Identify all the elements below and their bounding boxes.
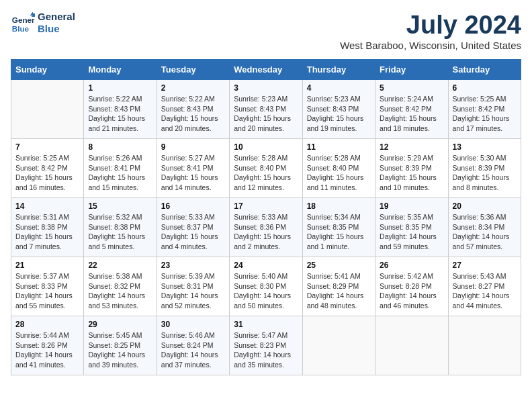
day-number: 1 xyxy=(88,83,152,93)
weekday-header: Saturday xyxy=(448,60,521,80)
calendar-day-cell: 15Sunrise: 5:32 AM Sunset: 8:38 PM Dayli… xyxy=(84,198,157,257)
calendar-subtitle: West Baraboo, Wisconsin, United States xyxy=(340,40,521,51)
day-info: Sunrise: 5:25 AM Sunset: 8:42 PM Dayligh… xyxy=(15,153,79,193)
day-number: 10 xyxy=(234,142,298,152)
day-number: 15 xyxy=(88,201,152,211)
weekday-header: Tuesday xyxy=(157,60,229,80)
day-number: 27 xyxy=(453,261,517,270)
calendar-day-cell: 28Sunrise: 5:44 AM Sunset: 8:26 PM Dayli… xyxy=(11,316,84,375)
calendar-day-cell: 7Sunrise: 5:25 AM Sunset: 8:42 PM Daylig… xyxy=(11,139,84,198)
day-info: Sunrise: 5:33 AM Sunset: 8:36 PM Dayligh… xyxy=(234,212,298,252)
day-number: 7 xyxy=(15,142,79,152)
calendar-day-cell: 18Sunrise: 5:34 AM Sunset: 8:35 PM Dayli… xyxy=(302,198,375,257)
day-info: Sunrise: 5:44 AM Sunset: 8:26 PM Dayligh… xyxy=(15,330,79,370)
day-number: 6 xyxy=(453,83,517,93)
calendar-day-cell: 3Sunrise: 5:23 AM Sunset: 8:43 PM Daylig… xyxy=(230,80,302,139)
calendar-day-cell: 24Sunrise: 5:40 AM Sunset: 8:30 PM Dayli… xyxy=(230,257,302,316)
calendar-day-cell: 29Sunrise: 5:45 AM Sunset: 8:25 PM Dayli… xyxy=(84,316,157,375)
calendar-day-cell: 9Sunrise: 5:27 AM Sunset: 8:41 PM Daylig… xyxy=(157,139,229,198)
day-info: Sunrise: 5:43 AM Sunset: 8:27 PM Dayligh… xyxy=(453,271,517,311)
day-number: 2 xyxy=(161,83,225,93)
day-info: Sunrise: 5:32 AM Sunset: 8:38 PM Dayligh… xyxy=(88,212,152,252)
calendar-week-row: 14Sunrise: 5:31 AM Sunset: 8:38 PM Dayli… xyxy=(11,198,521,257)
day-info: Sunrise: 5:34 AM Sunset: 8:35 PM Dayligh… xyxy=(307,212,371,252)
calendar-day-cell: 25Sunrise: 5:41 AM Sunset: 8:29 PM Dayli… xyxy=(302,257,375,316)
calendar-day-cell: 12Sunrise: 5:29 AM Sunset: 8:39 PM Dayli… xyxy=(375,139,448,198)
calendar-day-cell xyxy=(448,316,521,375)
calendar-day-cell: 21Sunrise: 5:37 AM Sunset: 8:33 PM Dayli… xyxy=(11,257,84,316)
calendar-day-cell: 30Sunrise: 5:46 AM Sunset: 8:24 PM Dayli… xyxy=(157,316,229,375)
day-info: Sunrise: 5:37 AM Sunset: 8:33 PM Dayligh… xyxy=(15,271,79,311)
day-info: Sunrise: 5:46 AM Sunset: 8:24 PM Dayligh… xyxy=(161,330,225,370)
calendar-day-cell: 27Sunrise: 5:43 AM Sunset: 8:27 PM Dayli… xyxy=(448,257,521,316)
day-number: 11 xyxy=(307,142,371,152)
day-info: Sunrise: 5:28 AM Sunset: 8:40 PM Dayligh… xyxy=(307,153,371,193)
day-info: Sunrise: 5:47 AM Sunset: 8:23 PM Dayligh… xyxy=(234,330,298,370)
day-info: Sunrise: 5:40 AM Sunset: 8:30 PM Dayligh… xyxy=(234,271,298,311)
day-number: 8 xyxy=(88,142,152,152)
day-info: Sunrise: 5:27 AM Sunset: 8:41 PM Dayligh… xyxy=(161,153,225,193)
day-info: Sunrise: 5:33 AM Sunset: 8:37 PM Dayligh… xyxy=(161,212,225,252)
day-info: Sunrise: 5:41 AM Sunset: 8:29 PM Dayligh… xyxy=(307,271,371,311)
day-number: 5 xyxy=(380,83,443,93)
day-number: 9 xyxy=(161,142,225,152)
calendar-day-cell: 4Sunrise: 5:23 AM Sunset: 8:43 PM Daylig… xyxy=(302,80,375,139)
day-info: Sunrise: 5:29 AM Sunset: 8:39 PM Dayligh… xyxy=(380,153,443,193)
calendar-day-cell: 31Sunrise: 5:47 AM Sunset: 8:23 PM Dayli… xyxy=(230,316,302,375)
day-info: Sunrise: 5:30 AM Sunset: 8:39 PM Dayligh… xyxy=(453,153,517,193)
calendar-day-cell: 16Sunrise: 5:33 AM Sunset: 8:37 PM Dayli… xyxy=(157,198,229,257)
logo: General Blue General Blue xyxy=(11,11,75,35)
logo-icon: General Blue xyxy=(11,11,35,35)
day-info: Sunrise: 5:25 AM Sunset: 8:42 PM Dayligh… xyxy=(453,94,517,134)
calendar-header-row: SundayMondayTuesdayWednesdayThursdayFrid… xyxy=(11,60,521,80)
calendar-day-cell: 8Sunrise: 5:26 AM Sunset: 8:41 PM Daylig… xyxy=(84,139,157,198)
day-number: 14 xyxy=(15,201,79,211)
calendar-day-cell xyxy=(302,316,375,375)
day-number: 28 xyxy=(15,320,79,329)
day-info: Sunrise: 5:28 AM Sunset: 8:40 PM Dayligh… xyxy=(234,153,298,193)
day-info: Sunrise: 5:45 AM Sunset: 8:25 PM Dayligh… xyxy=(88,330,152,370)
calendar-day-cell: 2Sunrise: 5:22 AM Sunset: 8:43 PM Daylig… xyxy=(157,80,229,139)
day-number: 18 xyxy=(307,201,371,211)
calendar-day-cell xyxy=(11,80,84,139)
day-info: Sunrise: 5:23 AM Sunset: 8:43 PM Dayligh… xyxy=(307,94,371,134)
day-number: 3 xyxy=(234,83,298,93)
calendar-week-row: 21Sunrise: 5:37 AM Sunset: 8:33 PM Dayli… xyxy=(11,257,521,316)
logo-line2: Blue xyxy=(38,23,75,35)
day-info: Sunrise: 5:26 AM Sunset: 8:41 PM Dayligh… xyxy=(88,153,152,193)
logo-line1: General xyxy=(38,11,75,23)
day-number: 21 xyxy=(15,261,79,270)
calendar-day-cell: 19Sunrise: 5:35 AM Sunset: 8:35 PM Dayli… xyxy=(375,198,448,257)
day-info: Sunrise: 5:24 AM Sunset: 8:42 PM Dayligh… xyxy=(380,94,443,134)
weekday-header: Sunday xyxy=(11,60,84,80)
day-info: Sunrise: 5:36 AM Sunset: 8:34 PM Dayligh… xyxy=(453,212,517,252)
day-info: Sunrise: 5:35 AM Sunset: 8:35 PM Dayligh… xyxy=(380,212,443,252)
page-header: General Blue General Blue July 2024 West… xyxy=(11,11,521,51)
day-number: 29 xyxy=(88,320,152,329)
day-number: 23 xyxy=(161,261,225,270)
weekday-header: Thursday xyxy=(302,60,375,80)
day-info: Sunrise: 5:22 AM Sunset: 8:43 PM Dayligh… xyxy=(88,94,152,134)
day-number: 16 xyxy=(161,201,225,211)
day-info: Sunrise: 5:31 AM Sunset: 8:38 PM Dayligh… xyxy=(15,212,79,252)
calendar-week-row: 1Sunrise: 5:22 AM Sunset: 8:43 PM Daylig… xyxy=(11,80,521,139)
day-number: 12 xyxy=(380,142,443,152)
calendar-day-cell: 1Sunrise: 5:22 AM Sunset: 8:43 PM Daylig… xyxy=(84,80,157,139)
day-info: Sunrise: 5:42 AM Sunset: 8:28 PM Dayligh… xyxy=(380,271,443,311)
day-info: Sunrise: 5:39 AM Sunset: 8:31 PM Dayligh… xyxy=(161,271,225,311)
day-info: Sunrise: 5:23 AM Sunset: 8:43 PM Dayligh… xyxy=(234,94,298,134)
weekday-header: Friday xyxy=(375,60,448,80)
calendar-day-cell xyxy=(375,316,448,375)
calendar-day-cell: 20Sunrise: 5:36 AM Sunset: 8:34 PM Dayli… xyxy=(448,198,521,257)
title-section: July 2024 West Baraboo, Wisconsin, Unite… xyxy=(340,11,521,51)
day-number: 22 xyxy=(88,261,152,270)
calendar-day-cell: 17Sunrise: 5:33 AM Sunset: 8:36 PM Dayli… xyxy=(230,198,302,257)
calendar-day-cell: 6Sunrise: 5:25 AM Sunset: 8:42 PM Daylig… xyxy=(448,80,521,139)
day-number: 26 xyxy=(380,261,443,270)
calendar-day-cell: 10Sunrise: 5:28 AM Sunset: 8:40 PM Dayli… xyxy=(230,139,302,198)
calendar-day-cell: 11Sunrise: 5:28 AM Sunset: 8:40 PM Dayli… xyxy=(302,139,375,198)
calendar-week-row: 7Sunrise: 5:25 AM Sunset: 8:42 PM Daylig… xyxy=(11,139,521,198)
day-number: 19 xyxy=(380,201,443,211)
day-number: 30 xyxy=(161,320,225,329)
svg-text:Blue: Blue xyxy=(12,24,30,33)
